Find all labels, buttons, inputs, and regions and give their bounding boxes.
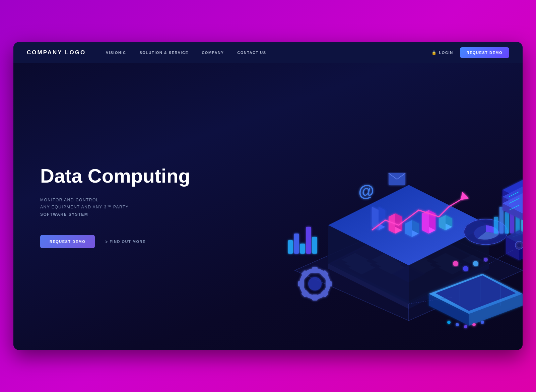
svg-text:@: @ <box>358 182 374 200</box>
hero-buttons: REQUEST DEMO ▷ FIND OUT MORE <box>40 235 190 248</box>
navbar: COMPANY LOGO VISIONIC SOLUTION & SERVICE… <box>13 42 523 63</box>
svg-point-87 <box>308 277 322 290</box>
hero-section: Data Computing MONITOR AND CONTROL ANY E… <box>13 63 523 350</box>
browser-window: COMPANY LOGO VISIONIC SOLUTION & SERVICE… <box>13 42 523 350</box>
svg-point-83 <box>464 325 467 328</box>
svg-rect-94 <box>298 281 304 286</box>
nav-actions: 🔒 LOGIN REQUEST DEMO <box>431 47 509 58</box>
svg-rect-92 <box>312 295 318 301</box>
svg-rect-88 <box>312 267 318 273</box>
login-label: LOGIN <box>439 51 453 55</box>
svg-point-97 <box>463 266 468 271</box>
svg-rect-49 <box>499 207 504 234</box>
svg-point-98 <box>473 261 478 266</box>
svg-rect-47 <box>312 237 317 254</box>
svg-marker-38 <box>461 192 469 200</box>
find-out-more-link[interactable]: ▷ FIND OUT MORE <box>105 240 146 244</box>
svg-point-82 <box>456 323 459 326</box>
nav-item-solution[interactable]: SOLUTION & SERVICE <box>139 51 188 55</box>
hero-title: Data Computing <box>40 165 190 187</box>
svg-point-84 <box>472 323 476 326</box>
svg-point-81 <box>447 321 451 324</box>
nav-item-visionic[interactable]: VISIONIC <box>106 51 126 55</box>
svg-point-99 <box>484 258 488 262</box>
svg-point-85 <box>481 321 484 324</box>
hero-illustration: @ <box>228 76 523 337</box>
isometric-svg: @ <box>228 76 523 337</box>
hero-request-demo-button[interactable]: REQUEST DEMO <box>40 235 95 248</box>
svg-point-73 <box>517 243 521 247</box>
nav-links: VISIONIC SOLUTION & SERVICE COMPANY CONT… <box>106 51 431 55</box>
company-logo[interactable]: COMPANY LOGO <box>27 49 86 56</box>
svg-rect-90 <box>326 281 332 286</box>
svg-rect-45 <box>300 244 305 254</box>
svg-rect-48 <box>494 217 498 234</box>
nav-item-company[interactable]: COMPANY <box>202 51 224 55</box>
svg-marker-33 <box>429 210 436 230</box>
hero-content: Data Computing MONITOR AND CONTROL ANY E… <box>40 165 190 249</box>
svg-rect-44 <box>294 234 299 254</box>
svg-point-96 <box>453 261 458 266</box>
request-demo-nav-button[interactable]: REQUEST DEMO <box>460 47 509 58</box>
svg-rect-46 <box>306 227 311 254</box>
login-button[interactable]: 🔒 LOGIN <box>431 50 453 55</box>
lock-icon: 🔒 <box>431 50 437 55</box>
svg-rect-50 <box>505 212 509 234</box>
svg-marker-25 <box>372 207 379 230</box>
nav-item-contact[interactable]: CONTACT US <box>237 51 266 55</box>
svg-rect-43 <box>288 240 293 254</box>
hero-subtitle: MONITOR AND CONTROL ANY EQUIPMENT AND AN… <box>40 197 190 218</box>
